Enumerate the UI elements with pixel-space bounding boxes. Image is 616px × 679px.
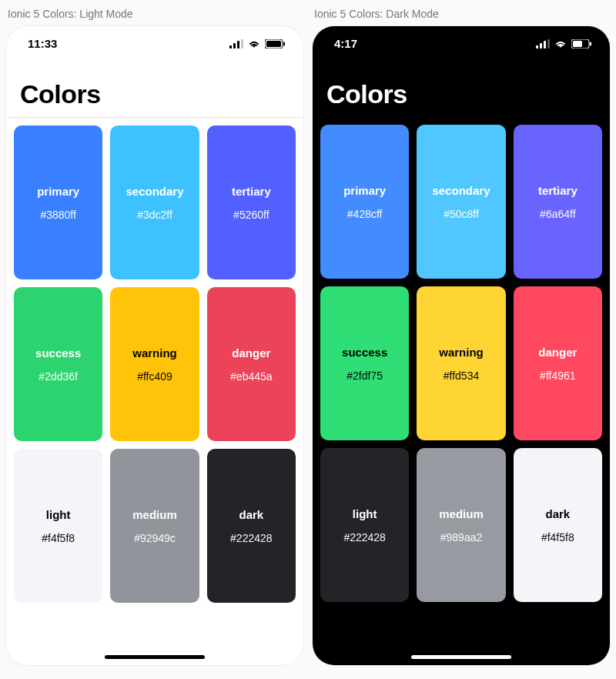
svg-rect-0 bbox=[229, 45, 232, 48]
svg-rect-12 bbox=[573, 41, 582, 47]
swatch-hex: #3880ff bbox=[40, 209, 75, 221]
wifi-icon bbox=[554, 39, 567, 48]
page-header: Colors bbox=[6, 53, 303, 117]
swatch-danger[interactable]: danger#ff4961 bbox=[514, 286, 602, 440]
pane-light: Ionic 5 Colors: Light Mode 11:33 Colors … bbox=[6, 6, 303, 665]
swatch-hex: #ff4961 bbox=[540, 370, 575, 382]
svg-rect-5 bbox=[266, 41, 281, 47]
svg-rect-1 bbox=[233, 43, 236, 48]
svg-rect-10 bbox=[547, 39, 550, 48]
swatch-name: dark bbox=[239, 508, 263, 521]
swatch-hex: #ffd534 bbox=[444, 370, 479, 382]
comparison-wrap: Ionic 5 Colors: Light Mode 11:33 Colors … bbox=[0, 0, 616, 671]
swatch-secondary[interactable]: secondary#3dc2ff bbox=[110, 125, 199, 279]
wifi-icon bbox=[248, 39, 260, 48]
swatch-hex: #2fdf75 bbox=[346, 370, 383, 382]
swatch-primary[interactable]: primary#428cff bbox=[320, 125, 409, 279]
status-right bbox=[229, 39, 285, 48]
swatch-success[interactable]: success#2fdf75 bbox=[320, 286, 409, 440]
svg-rect-3 bbox=[241, 39, 243, 48]
swatch-name: tertiary bbox=[232, 185, 271, 198]
swatch-name: danger bbox=[538, 346, 577, 359]
swatch-medium[interactable]: medium#989aa2 bbox=[417, 448, 505, 602]
battery-icon bbox=[265, 39, 285, 48]
page-title: Colors bbox=[20, 79, 290, 109]
swatch-name: primary bbox=[343, 184, 386, 197]
swatch-hex: #5260ff bbox=[233, 209, 269, 221]
swatch-hex: #6a64ff bbox=[540, 208, 575, 220]
swatch-name: medium bbox=[132, 508, 177, 521]
phone-light: 11:33 Colors primary#3880ff secondary#3d… bbox=[6, 26, 303, 665]
svg-rect-8 bbox=[540, 43, 542, 48]
swatch-hex: #2dd36f bbox=[38, 370, 78, 383]
svg-rect-6 bbox=[283, 42, 285, 45]
swatch-tertiary[interactable]: tertiary#6a64ff bbox=[514, 125, 602, 279]
battery-icon bbox=[571, 39, 591, 48]
svg-rect-13 bbox=[590, 42, 591, 45]
cellular-icon bbox=[229, 39, 243, 48]
status-bar: 4:17 bbox=[313, 26, 610, 53]
status-time: 11:33 bbox=[28, 37, 57, 50]
swatch-hex: #f4f5f8 bbox=[541, 531, 574, 544]
status-bar: 11:33 bbox=[6, 26, 303, 53]
swatch-name: warning bbox=[132, 346, 177, 360]
swatch-dark[interactable]: dark#f4f5f8 bbox=[514, 448, 602, 602]
svg-rect-2 bbox=[237, 41, 239, 48]
swatch-name: success bbox=[342, 346, 387, 359]
pane-dark-label: Ionic 5 Colors: Dark Mode bbox=[314, 8, 610, 20]
page-title: Colors bbox=[326, 79, 596, 109]
swatch-name: danger bbox=[232, 346, 270, 360]
swatch-warning[interactable]: warning#ffc409 bbox=[110, 287, 199, 441]
home-indicator[interactable] bbox=[105, 655, 205, 659]
swatch-hex: #92949c bbox=[134, 532, 176, 544]
swatch-hex: #3dc2ff bbox=[137, 209, 172, 221]
phone-dark: 4:17 Colors primary#428cff secondary#50c… bbox=[313, 26, 610, 665]
swatch-hex: #eb445a bbox=[230, 370, 273, 383]
swatch-name: success bbox=[35, 346, 81, 360]
swatch-name: secondary bbox=[126, 185, 183, 198]
swatch-hex: #ffc409 bbox=[137, 370, 172, 383]
status-time: 4:17 bbox=[334, 37, 357, 50]
swatch-name: primary bbox=[37, 185, 79, 198]
swatch-name: dark bbox=[545, 507, 570, 520]
swatch-hex: #50c8ff bbox=[444, 208, 479, 220]
svg-rect-7 bbox=[536, 45, 538, 48]
swatch-name: warning bbox=[439, 346, 484, 359]
swatch-hex: #428cff bbox=[347, 208, 383, 220]
swatch-dark[interactable]: dark#222428 bbox=[207, 449, 296, 603]
swatch-name: light bbox=[353, 507, 377, 520]
swatch-light[interactable]: light#222428 bbox=[320, 448, 409, 602]
color-grid: primary#428cff secondary#50c8ff tertiary… bbox=[313, 117, 610, 610]
swatch-name: medium bbox=[439, 507, 484, 520]
swatch-hex: #f4f5f8 bbox=[42, 532, 75, 544]
swatch-success[interactable]: success#2dd36f bbox=[14, 287, 102, 441]
swatch-danger[interactable]: danger#eb445a bbox=[207, 287, 296, 441]
swatch-name: tertiary bbox=[538, 184, 578, 197]
swatch-name: light bbox=[46, 508, 71, 521]
page-header: Colors bbox=[313, 53, 610, 117]
swatch-name: secondary bbox=[432, 184, 490, 197]
svg-rect-9 bbox=[544, 41, 546, 48]
swatch-primary[interactable]: primary#3880ff bbox=[14, 125, 102, 279]
swatch-hex: #989aa2 bbox=[440, 531, 483, 544]
pane-dark: Ionic 5 Colors: Dark Mode 4:17 Colors pr… bbox=[313, 6, 610, 665]
home-indicator[interactable] bbox=[411, 655, 511, 659]
swatch-hex: #222428 bbox=[343, 531, 386, 544]
pane-light-label: Ionic 5 Colors: Light Mode bbox=[8, 8, 303, 20]
cellular-icon bbox=[536, 39, 550, 48]
swatch-warning[interactable]: warning#ffd534 bbox=[417, 286, 505, 440]
status-right bbox=[536, 39, 591, 48]
swatch-light[interactable]: light#f4f5f8 bbox=[14, 449, 102, 603]
swatch-secondary[interactable]: secondary#50c8ff bbox=[417, 125, 505, 279]
color-grid: primary#3880ff secondary#3dc2ff tertiary… bbox=[6, 118, 303, 610]
swatch-hex: #222428 bbox=[230, 532, 273, 544]
swatch-tertiary[interactable]: tertiary#5260ff bbox=[207, 125, 296, 279]
swatch-medium[interactable]: medium#92949c bbox=[110, 449, 199, 603]
